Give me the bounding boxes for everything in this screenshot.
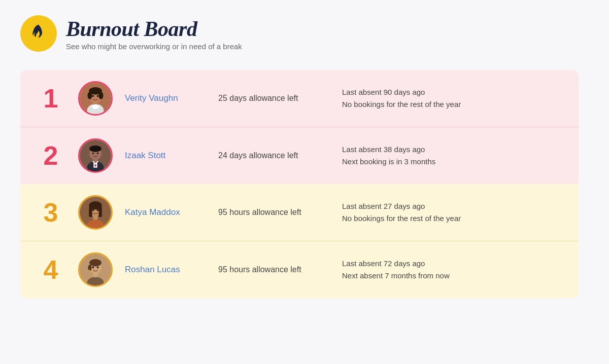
- allowance-izaak: 24 days allowance left: [218, 151, 330, 160]
- svg-point-25: [92, 209, 94, 211]
- svg-rect-24: [98, 207, 101, 217]
- flame-icon: [29, 24, 48, 43]
- avatar-image-3: [80, 197, 111, 228]
- allowance-katya: 95 hours allowance left: [218, 208, 330, 217]
- name-izaak: Izaak Stott: [125, 151, 206, 161]
- info-katya: Last absent 27 days ago No bookings for …: [342, 200, 461, 225]
- section-pink: 1: [20, 70, 579, 184]
- svg-point-15: [89, 145, 101, 152]
- avatar-roshan: [78, 252, 113, 287]
- avatar-image-2: [80, 140, 111, 171]
- info-line2-izaak: Next booking is in 3 months: [342, 156, 435, 168]
- avatar-verity: [78, 81, 113, 116]
- svg-point-34: [92, 267, 94, 269]
- page-header: Burnout Board See who might be overworki…: [20, 15, 589, 52]
- board-row: 3: [20, 184, 579, 241]
- svg-point-7: [92, 95, 94, 97]
- avatar-izaak: [78, 138, 113, 173]
- info-verity: Last absent 90 days ago No bookings for …: [342, 86, 461, 111]
- info-line2-verity: No bookings for the rest of the year: [342, 98, 461, 111]
- section-yellow: 3: [20, 184, 579, 298]
- svg-point-33: [88, 270, 90, 272]
- info-roshan: Last absent 72 days ago Next absent 7 mo…: [342, 258, 450, 282]
- avatar-katya: [78, 195, 113, 230]
- info-izaak: Last absent 38 days ago Next booking is …: [342, 143, 435, 168]
- header-text: Burnout Board See who might be overworki…: [66, 17, 242, 51]
- svg-point-35: [97, 267, 99, 269]
- name-verity: Verity Vaughn: [125, 93, 206, 103]
- svg-point-26: [97, 209, 99, 211]
- allowance-verity: 25 days allowance left: [218, 94, 330, 103]
- page-title: Burnout Board: [66, 17, 242, 41]
- info-line1-roshan: Last absent 72 days ago: [342, 258, 450, 270]
- svg-point-8: [97, 95, 99, 97]
- name-roshan: Roshan Lucas: [125, 265, 206, 275]
- board-row: 4: [20, 241, 579, 298]
- board-row: 1: [20, 70, 579, 127]
- svg-point-5: [88, 92, 92, 99]
- burnout-board: 1: [20, 70, 579, 298]
- info-line2-roshan: Next absent 7 months from now: [342, 270, 450, 282]
- info-line1-izaak: Last absent 38 days ago: [342, 143, 435, 156]
- logo-circle: [20, 15, 57, 52]
- page-subtitle: See who might be overworking or in need …: [66, 42, 242, 51]
- rank-1: 1: [36, 85, 66, 112]
- svg-point-17: [97, 153, 98, 154]
- svg-point-16: [92, 153, 94, 154]
- avatar-image-4: [80, 254, 111, 285]
- svg-point-9: [92, 104, 99, 109]
- info-line1-verity: Last absent 90 days ago: [342, 86, 461, 98]
- info-line1-katya: Last absent 27 days ago: [342, 200, 461, 212]
- info-line2-katya: No bookings for the rest of the year: [342, 212, 461, 225]
- svg-rect-23: [89, 207, 92, 217]
- board-row: 2: [20, 127, 579, 184]
- rank-2: 2: [36, 142, 66, 169]
- rank-3: 3: [36, 199, 66, 226]
- svg-point-6: [98, 92, 103, 99]
- allowance-roshan: 95 hours allowance left: [218, 265, 330, 274]
- name-katya: Katya Maddox: [125, 207, 206, 217]
- avatar-image-1: [80, 83, 111, 114]
- rank-4: 4: [36, 257, 66, 283]
- svg-point-31: [89, 259, 101, 267]
